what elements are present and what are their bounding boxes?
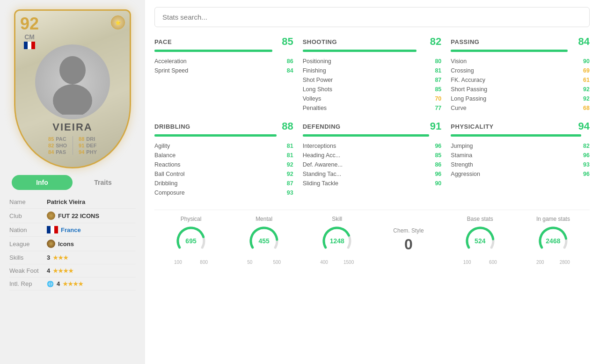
gauge-max: 600 [489, 260, 497, 265]
stat-row: Long Passing92 [451, 94, 590, 103]
category-name: PACE [154, 38, 172, 45]
stat-value: 70 [435, 95, 441, 102]
stat-value: 93 [583, 161, 590, 168]
weak-foot-number: 4 [47, 267, 50, 274]
def-label: DEF [86, 143, 96, 148]
info-label-club: Club [9, 212, 47, 219]
stat-name: Agility [154, 143, 170, 149]
tab-row: Info Traits [12, 175, 133, 190]
category-score: 94 [578, 120, 590, 132]
stat-row: Sprint Speed84 [154, 66, 293, 75]
category-header: SHOOTING82 [303, 36, 442, 48]
info-label-nation: Nation [9, 226, 47, 233]
info-label-league: League [9, 240, 47, 248]
gauge-min: 50 [247, 260, 252, 265]
gauge-max: 2800 [560, 260, 570, 265]
gauge-circle: 2468 [536, 224, 570, 258]
tab-traits[interactable]: Traits [73, 175, 133, 190]
stat-row: Short Passing92 [451, 85, 590, 94]
category-name: SHOOTING [303, 38, 337, 45]
stat-name: Penalties [303, 105, 327, 111]
info-value-intl-rep: 🌐 4 ★★★★ [47, 280, 83, 287]
svg-point-1 [53, 84, 92, 115]
stat-name: Long Passing [451, 95, 486, 102]
gauge-item-in-game-stats: In game stats24682002800 [536, 216, 570, 265]
stats-category-passing: PASSING84Vision90Crossing69FK. Accuracy6… [451, 36, 590, 113]
stat-value: 77 [435, 105, 441, 111]
card-stats-row: 85 PAC 82 SHO 84 PAS 88 DRI [48, 136, 97, 155]
chem-style-value: 0 [404, 236, 413, 253]
stat-name: Sliding Tackle [303, 180, 338, 187]
stat-name: Sprint Speed [154, 67, 188, 74]
info-row-name: Name Patrick Vieira [9, 196, 136, 209]
stat-value: 96 [435, 171, 441, 177]
stat-value: 85 [435, 152, 441, 159]
phy-value: 94 [79, 149, 84, 155]
stats-search-input[interactable] [154, 7, 590, 27]
category-name: PHYSICALITY [451, 123, 493, 130]
stat-name: Heading Acc... [303, 152, 341, 159]
gauge-label: Chem. Style [393, 227, 424, 234]
gauge-item-mental: Mental45550500 [247, 216, 281, 265]
pac-value: 85 [48, 136, 54, 142]
dri-value: 88 [79, 136, 84, 142]
stat-name: Long Shots [303, 86, 332, 93]
stat-row: Finishing81 [303, 66, 442, 75]
skills-stars: ★★★ [53, 255, 68, 261]
stat-row: Aggression96 [451, 169, 590, 179]
weak-foot-stars: ★★★★ [53, 268, 73, 274]
stat-value: 90 [583, 58, 590, 65]
stat-row: FK. Accuracy61 [451, 75, 590, 85]
card-emblem: ⭐ [111, 15, 125, 29]
stat-name: FK. Accuracy [451, 77, 485, 83]
player-info: Name Patrick Vieira Club FUT 22 ICONS Na… [9, 196, 136, 291]
stat-name: Interceptions [303, 143, 336, 149]
stat-row: Penalties77 [303, 103, 442, 113]
stat-row: Standing Tac...96 [303, 169, 442, 179]
stat-row: Def. Awarene...86 [303, 160, 442, 169]
stat-value: 87 [287, 180, 293, 187]
card-flag [24, 42, 35, 49]
category-name: DEFENDING [303, 123, 341, 130]
stat-name: Volleys [303, 95, 321, 102]
info-row-skills: Skills 3 ★★★ [9, 251, 136, 264]
stat-name: Curve [451, 105, 466, 111]
category-header: PASSING84 [451, 36, 590, 48]
stat-value: 96 [435, 143, 441, 149]
info-row-intl-rep: Intl. Rep 🌐 4 ★★★★ [9, 277, 136, 291]
card-stat-pas: 84 PAS [48, 149, 67, 155]
stat-value: 92 [287, 171, 293, 177]
stat-name: Ball Control [154, 171, 185, 177]
stat-name: Shot Power [303, 77, 333, 83]
stats-category-physicality: PHYSICALITY94Jumping82Stamina96Strength9… [451, 120, 590, 197]
category-bar [303, 50, 416, 52]
nation-flag [47, 226, 58, 233]
stat-value: 61 [583, 77, 590, 83]
stat-name: Finishing [303, 67, 326, 74]
stat-name: Acceleration [154, 58, 187, 65]
gauge-item-skill: Skill12484001500 [320, 216, 354, 265]
tab-info[interactable]: Info [12, 175, 73, 190]
svg-point-0 [59, 56, 86, 84]
stat-name: Aggression [451, 171, 480, 177]
stats-category-pace: PACE85Acceleration86Sprint Speed84 [154, 36, 293, 113]
info-label-skills: Skills [9, 254, 47, 261]
pac-label: PAC [56, 136, 66, 142]
stats-grid: PACE85Acceleration86Sprint Speed84SHOOTI… [154, 36, 590, 205]
category-header: PHYSICALITY94 [451, 120, 590, 132]
gauge-circle: 455 [247, 224, 281, 258]
sho-label: SHO [56, 143, 67, 148]
stat-row: Agility81 [154, 141, 293, 151]
stat-value: 85 [435, 86, 441, 93]
card-stat-dri: 88 DRI [79, 136, 97, 142]
stat-value: 86 [435, 161, 441, 168]
right-panel: PACE85Acceleration86Sprint Speed84SHOOTI… [145, 0, 599, 364]
stat-row: Curve68 [451, 103, 590, 113]
stat-row: Ball Control92 [154, 169, 293, 179]
stat-value: 96 [583, 152, 590, 159]
stat-value: 82 [583, 143, 590, 149]
info-value-name: Patrick Vieira [47, 198, 85, 205]
card-stats-col-left: 85 PAC 82 SHO 84 PAS [48, 136, 67, 155]
category-score: 91 [430, 120, 441, 132]
stat-value: 92 [583, 95, 590, 102]
